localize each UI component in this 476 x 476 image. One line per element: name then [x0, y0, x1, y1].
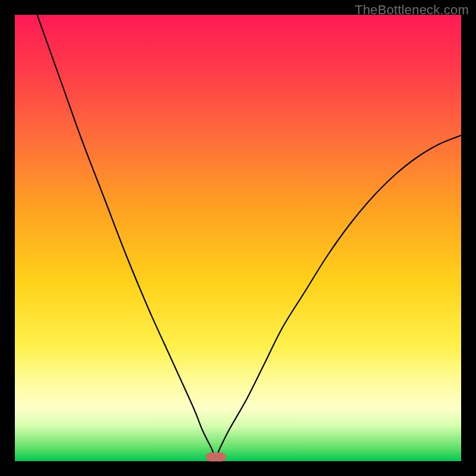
- plot-area: [15, 15, 461, 461]
- minimum-marker: [206, 452, 226, 461]
- bottleneck-curve: [15, 15, 461, 461]
- curve-path: [37, 15, 462, 457]
- chart-frame: TheBottleneck.com: [0, 0, 476, 476]
